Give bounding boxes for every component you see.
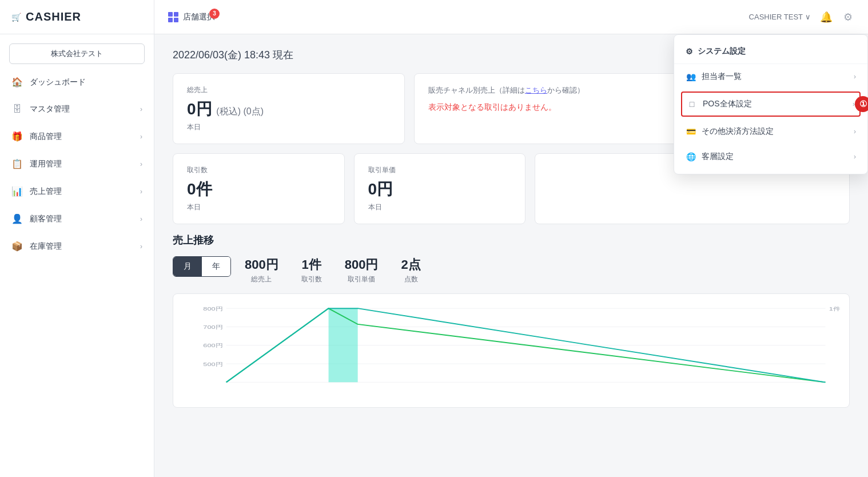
sidebar-item-product[interactable]: 🎁 商品管理 ›: [0, 123, 154, 150]
trend-stat-total-sales: 800円 総売上: [245, 256, 278, 284]
transactions-label: 取引数: [187, 165, 331, 175]
gear-settings-icon: ⚙: [686, 47, 693, 56]
sidebar-item-inventory[interactable]: 📦 在庫管理 ›: [0, 233, 154, 260]
company-name: 株式会社テスト: [9, 43, 145, 64]
trend-stat-avg: 800円 取引単価: [345, 256, 379, 284]
transactions-period: 本日: [187, 202, 331, 212]
chevron-right-icon: ›: [854, 153, 856, 161]
total-sales-sub: (税込) (0点): [216, 106, 264, 116]
store-select[interactable]: 3 店舗選択: [168, 12, 215, 22]
sidebar-item-label: 在庫管理: [30, 241, 133, 252]
avg-period: 本日: [368, 202, 512, 212]
dropdown-item-label: その他決済方法設定: [702, 126, 774, 137]
header: 🛒 CASHIER 3 店舗選択 CASHIER TEST ∨ 🔔 ⚙: [0, 0, 868, 34]
globe-icon: 🌐: [686, 152, 696, 162]
trend-stat-label: 総売上: [245, 275, 278, 284]
chevron-right-icon: ›: [854, 73, 856, 81]
chevron-right-icon: ›: [140, 105, 142, 113]
clipboard-icon: 📋: [11, 158, 23, 169]
settings-gear-icon[interactable]: ⚙: [842, 11, 854, 23]
sidebar-item-label: 運用管理: [30, 159, 133, 169]
sidebar-item-customer[interactable]: 👤 顧客管理 ›: [0, 205, 154, 233]
notification-bell-icon[interactable]: 🔔: [820, 11, 833, 23]
sidebar-item-sales[interactable]: 📊 売上管理 ›: [0, 178, 154, 205]
user-label: CASHIER TEST: [749, 13, 803, 21]
sidebar-item-dashboard[interactable]: 🏠 ダッシュボード: [0, 69, 154, 96]
sales-chart: 800円 700円 600円 500円 1件: [173, 293, 850, 408]
chevron-right-icon: ›: [854, 128, 856, 136]
svg-marker-10: [329, 308, 358, 382]
trend-stat-points: 2点 点数: [401, 256, 420, 284]
home-icon: 🏠: [11, 77, 23, 88]
chevron-right-icon: ›: [140, 215, 142, 223]
dropdown-item-customer-settings[interactable]: 🌐 客層設定 ›: [674, 144, 867, 169]
avg-card: 取引単価 0円 本日: [354, 153, 526, 224]
sidebar-item-master[interactable]: 🗄 マスタ管理 ›: [0, 96, 154, 123]
avg-value: 0円: [368, 178, 512, 200]
trend-stat-value: 800円: [345, 256, 379, 273]
person-icon: 👤: [11, 213, 23, 224]
svg-text:500円: 500円: [203, 361, 222, 367]
database-icon: 🗄: [11, 104, 23, 114]
sidebar-item-label: マスタ管理: [30, 104, 133, 114]
trend-stat-label: 取引数: [301, 275, 322, 284]
chart-svg: 800円 700円 600円 500円 1件: [182, 303, 840, 398]
trend-stat-value: 2点: [401, 256, 420, 273]
user-dropdown-arrow: ∨: [805, 13, 811, 21]
transactions-card: 取引数 0件 本日: [173, 153, 345, 224]
chevron-right-icon: ›: [140, 133, 142, 141]
svg-text:600円: 600円: [203, 343, 222, 348]
trend-stat-value: 1件: [301, 256, 322, 273]
step-badge: ①: [855, 96, 868, 112]
dropdown-item-pos[interactable]: □ POS全体設定 ›: [681, 92, 861, 117]
dropdown-item-label: POS全体設定: [703, 99, 752, 109]
chevron-right-icon: ›: [140, 160, 142, 168]
chevron-right-icon: ›: [140, 243, 142, 251]
trend-stat-value: 800円: [245, 256, 278, 273]
header-nav: 3 店舗選択: [154, 12, 735, 22]
logo-area: 🛒 CASHIER: [0, 0, 154, 34]
tab-month[interactable]: 月: [173, 257, 202, 276]
sidebar-item-label: 顧客管理: [30, 214, 133, 224]
sidebar-item-label: ダッシュボード: [30, 77, 142, 88]
total-sales-value: 0円 (税込) (0点): [187, 98, 391, 120]
channel-link[interactable]: こちら: [525, 86, 547, 94]
svg-text:800円: 800円: [203, 306, 222, 312]
total-sales-period: 本日: [187, 122, 391, 132]
trend-header: 月 年 800円 総売上 1件 取引数 800円 取引単価 2点 点数: [173, 256, 850, 284]
chevron-right-icon: ›: [140, 188, 142, 196]
sidebar: 株式会社テスト 🏠 ダッシュボード 🗄 マスタ管理 › 🎁 商品管理 › 📋 運…: [0, 34, 154, 477]
avg-label: 取引単価: [368, 165, 512, 175]
store-badge: 3: [209, 9, 220, 19]
gift-icon: 🎁: [11, 131, 23, 142]
chart-icon: 📊: [11, 186, 23, 197]
dropdown-item-label: 担当者一覧: [702, 71, 742, 82]
dropdown-item-label: 客層設定: [702, 152, 734, 162]
cart-icon: 🛒: [11, 13, 21, 22]
trend-stat-label: 点数: [401, 275, 420, 284]
svg-text:1件: 1件: [829, 306, 840, 312]
monitor-icon: □: [687, 99, 697, 109]
box-icon: 📦: [11, 241, 23, 252]
period-tab-group: 月 年: [173, 256, 231, 277]
dropdown-item-payment[interactable]: 💳 その他決済方法設定 ›: [674, 119, 867, 144]
sidebar-item-label: 売上管理: [30, 186, 133, 197]
tab-year[interactable]: 年: [202, 257, 230, 276]
transactions-value: 0件: [187, 178, 331, 200]
svg-text:700円: 700円: [203, 324, 222, 330]
sales-trend-section: 売上推移 月 年 800円 総売上 1件 取引数 800円 取引単価: [173, 233, 850, 408]
dropdown-item-staff[interactable]: 👥 担当者一覧 ›: [674, 64, 867, 89]
sidebar-item-operation[interactable]: 📋 運用管理 ›: [0, 150, 154, 178]
logo-text: CASHIER: [26, 10, 81, 23]
trend-stats: 800円 総売上 1件 取引数 800円 取引単価 2点 点数: [245, 256, 850, 284]
credit-card-icon: 💳: [686, 126, 696, 137]
dropdown-section-title: ⚙ システム設定: [674, 39, 867, 64]
total-sales-card: 総売上 0円 (税込) (0点) 本日: [173, 73, 405, 144]
trend-stat-transactions: 1件 取引数: [301, 256, 322, 284]
user-info[interactable]: CASHIER TEST ∨: [749, 13, 811, 21]
sidebar-item-label: 商品管理: [30, 132, 133, 142]
trend-stat-label: 取引単価: [345, 275, 379, 284]
trend-title: 売上推移: [173, 233, 850, 247]
staff-icon: 👥: [686, 71, 696, 82]
total-sales-label: 総売上: [187, 85, 391, 95]
